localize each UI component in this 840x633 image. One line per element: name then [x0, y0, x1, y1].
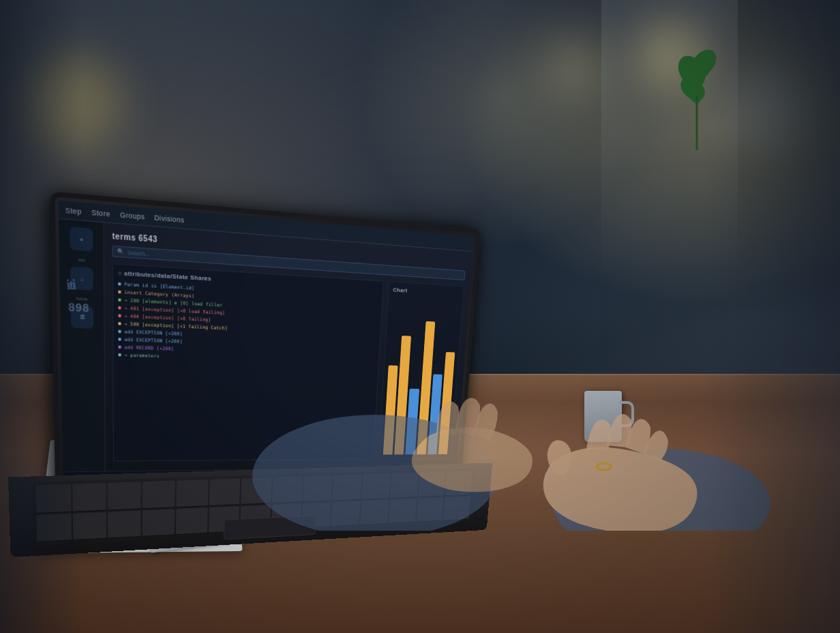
- screen-content-area: ○ attributes/data/State Shares Param id …: [112, 263, 464, 461]
- menubar-item-step[interactable]: Step: [65, 206, 82, 216]
- code-indicator: [118, 353, 121, 356]
- menubar-item-groups[interactable]: Groups: [120, 210, 145, 220]
- chart-panel-title: Chart: [393, 286, 460, 297]
- key[interactable]: [72, 512, 106, 540]
- menubar-item-store[interactable]: Store: [91, 208, 110, 218]
- key[interactable]: [416, 497, 444, 522]
- key[interactable]: [418, 472, 446, 497]
- code-indicator: [118, 321, 121, 325]
- key[interactable]: [176, 507, 208, 535]
- key[interactable]: [390, 473, 419, 498]
- screen-left-panel: ○ attributes/data/State Shares Param id …: [112, 263, 384, 461]
- key[interactable]: [272, 476, 302, 503]
- screen-right-panel: Chart: [378, 281, 464, 459]
- code-indicator: [118, 290, 121, 293]
- doc-icon: ☰: [80, 314, 85, 321]
- screen-stats-number: 898: [68, 301, 90, 314]
- key[interactable]: [443, 496, 470, 520]
- chart-container: [383, 297, 459, 455]
- key[interactable]: [389, 498, 417, 523]
- code-indicator: [118, 298, 121, 301]
- scene: Step Store Groups Divisions ≡ nav ⌂: [0, 0, 840, 633]
- key[interactable]: [362, 473, 391, 499]
- key[interactable]: [72, 483, 106, 512]
- menubar-item-divisions[interactable]: Divisions: [154, 214, 184, 224]
- code-text-6: add EXCEPTION [+200]: [124, 329, 182, 336]
- desk-mug: [584, 391, 622, 442]
- key[interactable]: [333, 475, 362, 501]
- code-indicator: [118, 345, 121, 349]
- key[interactable]: [142, 481, 175, 509]
- code-indicator: [118, 329, 121, 333]
- screen-main: terms 6543 🔍 Search... ○ attributes/data…: [104, 222, 473, 471]
- key[interactable]: [360, 499, 389, 525]
- sidebar-icon-nav[interactable]: ≡: [70, 226, 93, 251]
- search-icon: 🔍: [117, 248, 125, 255]
- plant-decoration: [676, 41, 717, 150]
- touchpad[interactable]: [224, 515, 316, 540]
- key[interactable]: [331, 501, 361, 527]
- key[interactable]: [142, 509, 175, 537]
- code-indicator: [118, 314, 121, 317]
- search-placeholder-text: Search...: [127, 250, 149, 256]
- screen-sidebar: ≡ nav ⌂ home ☰: [59, 219, 106, 471]
- key[interactable]: [445, 471, 472, 496]
- key[interactable]: [241, 477, 271, 505]
- sidebar-label-nav: nav: [78, 257, 85, 263]
- code-indicator: [118, 337, 121, 340]
- key[interactable]: [108, 482, 141, 510]
- screen-watermark-text: iti: [65, 276, 76, 293]
- key[interactable]: [303, 475, 333, 502]
- code-indicator: [118, 306, 121, 309]
- code-text-7: add EXCEPTION [+200]: [124, 336, 182, 344]
- key[interactable]: [209, 478, 240, 505]
- key[interactable]: [108, 510, 140, 539]
- key[interactable]: [35, 484, 71, 514]
- chart-bar-5: [438, 352, 455, 454]
- key[interactable]: [36, 513, 72, 542]
- code-text-9: → parameters: [124, 352, 159, 358]
- key[interactable]: [176, 480, 208, 507]
- code-indicator: [118, 282, 121, 285]
- code-text-8: add RECORD [+200]: [124, 344, 174, 351]
- home-icon: ⌂: [80, 276, 83, 282]
- nav-icon: ≡: [80, 236, 83, 242]
